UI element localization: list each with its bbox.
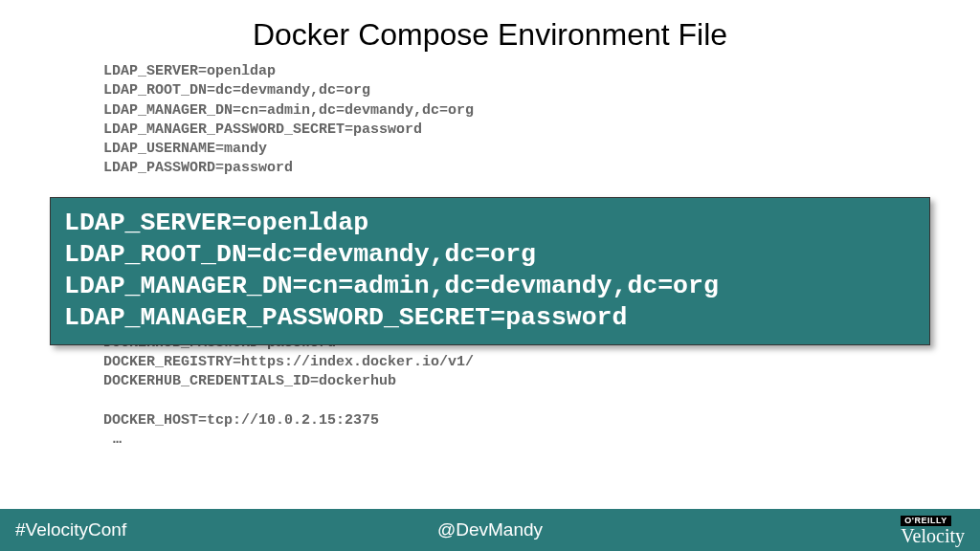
footer-hashtag: #VelocityConf <box>15 519 126 540</box>
highlight-line: LDAP_SERVER=openldap <box>64 209 368 237</box>
code-line: DOCKERHUB_CREDENTIALS_ID=dockerhub <box>103 373 396 389</box>
code-line: LDAP_MANAGER_DN=cn=admin,dc=devmandy,dc=… <box>103 102 474 119</box>
highlight-line: LDAP_ROOT_DN=dc=devmandy,dc=org <box>64 240 536 269</box>
slide-title: Docker Compose Environment File <box>0 0 980 62</box>
code-line: DOCKER_REGISTRY=https://index.docker.io/… <box>103 354 474 370</box>
footer-handle: @DevMandy <box>0 519 980 540</box>
code-line: LDAP_PASSWORD=password <box>103 160 293 176</box>
code-line: DOCKER_HOST=tcp://10.0.2.15:2375 <box>103 412 379 429</box>
highlight-code: LDAP_SERVER=openldap LDAP_ROOT_DN=dc=dev… <box>64 208 916 335</box>
brand-oreilly: O'REILLY <box>901 516 950 526</box>
brand-velocity: Velocity <box>901 526 965 545</box>
slide: Docker Compose Environment File LDAP_SER… <box>0 0 980 551</box>
highlight-line: LDAP_MANAGER_PASSWORD_SECRET=password <box>64 303 627 332</box>
footer-bar: #VelocityConf @DevMandy O'REILLY Velocit… <box>0 509 980 551</box>
highlight-callout: LDAP_SERVER=openldap LDAP_ROOT_DN=dc=dev… <box>50 197 930 345</box>
footer-brand: O'REILLY Velocity <box>901 516 965 545</box>
code-line: LDAP_SERVER=openldap <box>103 63 276 79</box>
code-line: LDAP_USERNAME=mandy <box>103 141 267 157</box>
code-line: LDAP_ROOT_DN=dc=devmandy,dc=org <box>103 82 370 99</box>
code-line: LDAP_MANAGER_PASSWORD_SECRET=password <box>103 121 422 138</box>
code-ellipsis: … <box>103 431 122 448</box>
highlight-line: LDAP_MANAGER_DN=cn=admin,dc=devmandy,dc=… <box>64 272 719 300</box>
